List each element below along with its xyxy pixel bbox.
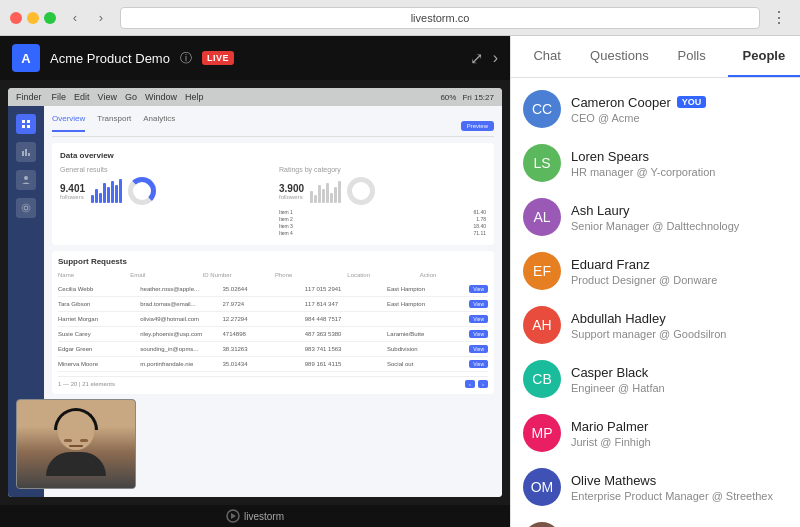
table-row: Minerva Moore m.portinfrandale.nie 35.01… xyxy=(58,357,488,372)
mac-menu-right: 60% Fri 15:27 xyxy=(440,93,494,102)
support-table-title: Support Requests xyxy=(58,257,488,266)
livestorm-footer: livestorm xyxy=(0,505,510,527)
svg-rect-1 xyxy=(27,120,30,123)
people-list: CC Cameron Cooper YOU CEO @ Acme LS Lore… xyxy=(511,78,800,527)
minimize-button[interactable] xyxy=(27,12,39,24)
info-icon[interactable]: ⓘ xyxy=(180,50,192,67)
person-item[interactable]: CB Casper Black Engineer @ Hatfan xyxy=(511,352,800,406)
dash-sidebar-settings[interactable] xyxy=(16,198,36,218)
bar-chart-1 xyxy=(91,179,122,203)
tab-chat[interactable]: Chat xyxy=(511,36,583,77)
view-button[interactable]: View xyxy=(469,330,488,338)
dash-tab-transport[interactable]: Transport xyxy=(97,114,131,132)
dash-sidebar-chart[interactable] xyxy=(16,142,36,162)
tab-questions[interactable]: Questions xyxy=(583,36,655,77)
view-button[interactable]: View xyxy=(469,360,488,368)
person-name-row: Olive Mathews xyxy=(571,473,788,488)
mac-menubar: Finder File Edit View Go Window Help 60%… xyxy=(8,88,502,106)
browser-chrome: ‹ › livestorm.co ⋮ xyxy=(0,0,800,36)
forward-button[interactable]: › xyxy=(90,7,112,29)
dash-tab-overview[interactable]: Overview xyxy=(52,114,85,132)
dash-sidebar-people[interactable] xyxy=(16,170,36,190)
donut-chart-1 xyxy=(128,177,156,205)
person-name-row: Loren Spears xyxy=(571,149,788,164)
you-badge: YOU xyxy=(677,96,707,108)
url-text: livestorm.co xyxy=(411,12,470,24)
person-name: Mario Palmer xyxy=(571,419,648,434)
person-name: Olive Mathews xyxy=(571,473,656,488)
person-avatar: AL xyxy=(523,198,561,236)
tab-polls[interactable]: Polls xyxy=(656,36,728,77)
person-info: Loren Spears HR manager @ Y-corporation xyxy=(571,149,788,178)
person-avatar: CC xyxy=(523,90,561,128)
browser-menu-icon[interactable]: ⋮ xyxy=(768,7,790,29)
next-page-button[interactable]: › xyxy=(478,380,488,388)
expand-button[interactable]: ⤢ xyxy=(470,49,483,68)
view-button[interactable]: View xyxy=(469,345,488,353)
person-avatar: AH xyxy=(523,306,561,344)
back-button[interactable]: ‹ xyxy=(64,7,86,29)
person-item[interactable]: AH Abdullah Hadley Support manager @ Goo… xyxy=(511,298,800,352)
person-info: Cameron Cooper YOU CEO @ Acme xyxy=(571,95,788,124)
url-bar[interactable]: livestorm.co xyxy=(120,7,760,29)
person-name: Abdullah Hadley xyxy=(571,311,666,326)
person-avatar: GI xyxy=(523,522,561,527)
dash-sidebar-home[interactable] xyxy=(16,114,36,134)
svg-rect-4 xyxy=(22,151,24,156)
bar-chart-2 xyxy=(310,179,341,203)
dashboard-screen: Finder File Edit View Go Window Help 60%… xyxy=(8,88,502,497)
next-arrow-button[interactable]: › xyxy=(493,49,498,67)
pagination: 1 — 20 | 21 elements ‹ › xyxy=(58,376,488,388)
ratings-list: Item 161.40 Item 21.78 Item 318.40 Item … xyxy=(279,209,486,236)
finder-label: Finder xyxy=(16,92,42,102)
table-row: Susie Carey riley.phoenix@usp.com 471489… xyxy=(58,327,488,342)
tab-people[interactable]: People xyxy=(728,36,800,77)
livestorm-brand-label: livestorm xyxy=(244,511,284,522)
pagination-info: 1 — 20 | 21 elements xyxy=(58,381,115,387)
person-item[interactable]: MP Mario Palmer Jurist @ Finhigh xyxy=(511,406,800,460)
person-avatar: EF xyxy=(523,252,561,290)
ratings-label: Ratings by category xyxy=(279,166,486,173)
col-phone: Phone xyxy=(275,272,343,278)
table-body: Cecilia Webb heather.ross@apple... 35.02… xyxy=(58,282,488,372)
person-item[interactable]: LS Loren Spears HR manager @ Y-corporati… xyxy=(511,136,800,190)
person-name-row: Abdullah Hadley xyxy=(571,311,788,326)
person-avatar: MP xyxy=(523,414,561,452)
svg-point-8 xyxy=(24,206,28,210)
webcam-overlay xyxy=(16,399,136,489)
dash-tab-analytics[interactable]: Analytics xyxy=(143,114,175,132)
view-button[interactable]: View xyxy=(469,315,488,323)
view-button[interactable]: View xyxy=(469,285,488,293)
person-info: Casper Black Engineer @ Hatfan xyxy=(571,365,788,394)
svg-point-9 xyxy=(22,204,30,212)
main-content: A Acme Product Demo ⓘ LIVE ⤢ › Finder Fi… xyxy=(0,36,800,527)
preview-button[interactable]: Preview xyxy=(461,121,494,131)
person-item[interactable]: EF Eduard Franz Product Designer @ Donwa… xyxy=(511,244,800,298)
person-item[interactable]: GI Gianna Irvin UX Engineer @ Rangreen xyxy=(511,514,800,527)
svg-rect-6 xyxy=(28,153,30,156)
prev-page-button[interactable]: ‹ xyxy=(465,380,475,388)
table-row: Edgar Green sounding_in@opms... 38.31263… xyxy=(58,342,488,357)
pagination-controls: ‹ › xyxy=(465,380,488,388)
person-item[interactable]: CC Cameron Cooper YOU CEO @ Acme xyxy=(511,82,800,136)
metrics-row: General results 9.401 followers xyxy=(60,166,486,237)
presenter-video xyxy=(17,400,135,488)
person-name-row: Ash Laury xyxy=(571,203,788,218)
maximize-button[interactable] xyxy=(44,12,56,24)
metric1-label: followers xyxy=(60,194,85,200)
person-item[interactable]: AL Ash Laury Senior Manager @ Dalttechno… xyxy=(511,190,800,244)
person-name: Ash Laury xyxy=(571,203,630,218)
right-panel: Chat Questions Polls People CC Cameron C… xyxy=(510,36,800,527)
live-badge: LIVE xyxy=(202,51,234,65)
close-button[interactable] xyxy=(10,12,22,24)
col-email: Email xyxy=(130,272,198,278)
data-overview-section: Data overview General results 9.401 foll… xyxy=(52,143,494,245)
person-name-row: Cameron Cooper YOU xyxy=(571,95,788,110)
metric2-value: 3.900 xyxy=(279,183,304,194)
presenter-shoulders xyxy=(46,452,106,476)
person-item[interactable]: OM Olive Mathews Enterprise Product Mana… xyxy=(511,460,800,514)
livestorm-logo-icon xyxy=(226,509,240,523)
person-name-row: Eduard Franz xyxy=(571,257,788,272)
view-button[interactable]: View xyxy=(469,300,488,308)
metric2-label: followers xyxy=(279,194,304,200)
